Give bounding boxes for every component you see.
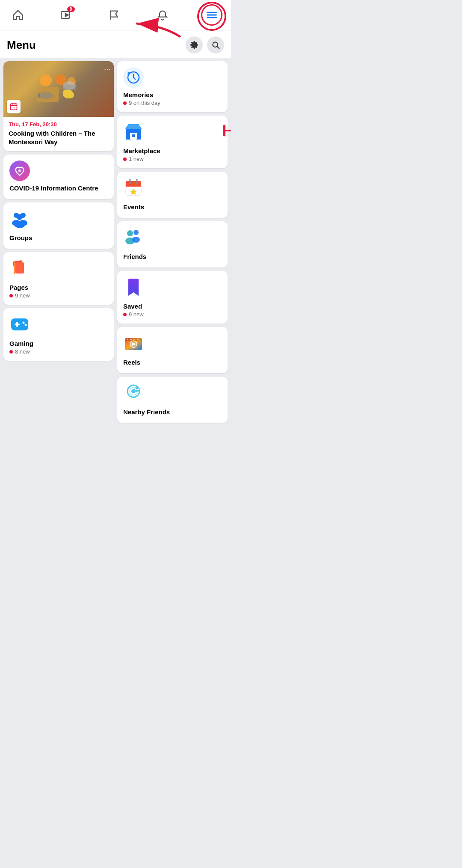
bell-nav-button[interactable] (153, 6, 172, 24)
svg-rect-48 (126, 185, 141, 187)
groups-icon-wrap (9, 208, 108, 231)
friends-label: Friends (123, 253, 222, 260)
saved-icon (123, 277, 144, 297)
saved-sublabel: 9 new (123, 311, 222, 318)
saved-count: 9 new (129, 311, 144, 318)
home-nav-button[interactable] (9, 6, 27, 24)
svg-point-12 (40, 74, 52, 86)
event-calendar-small-icon (7, 100, 21, 113)
search-button[interactable] (207, 36, 224, 54)
header-icons (186, 36, 224, 54)
svg-rect-16 (63, 85, 76, 90)
events-icon-wrap (123, 178, 222, 200)
nearby-friends-icon-wrap (123, 383, 222, 405)
reels-label: Reels (123, 359, 222, 366)
memories-icon (127, 71, 140, 84)
svg-point-28 (17, 214, 23, 220)
menu-title: Menu (7, 39, 36, 52)
hamburger-menu-button[interactable] (201, 4, 222, 26)
marketplace-dot (123, 158, 127, 161)
groups-label: Groups (9, 234, 108, 241)
saved-dot (123, 313, 127, 316)
reels-card[interactable]: Reels (117, 327, 228, 373)
groups-card[interactable]: Groups (3, 202, 114, 249)
events-label: Events (123, 203, 222, 211)
marketplace-arrow-annotation (223, 120, 231, 141)
svg-point-17 (38, 92, 53, 99)
svg-point-55 (132, 237, 140, 243)
pages-icon (9, 258, 30, 279)
search-icon (211, 41, 220, 49)
gear-icon (190, 41, 198, 49)
flag-icon (108, 9, 120, 21)
saved-label: Saved (123, 303, 222, 310)
gaming-card[interactable]: Gaming 8 new (3, 308, 114, 361)
svg-rect-61 (130, 339, 132, 340)
pages-card[interactable]: Pages 9 new (3, 252, 114, 305)
video-nav-button[interactable]: 8 (57, 6, 76, 24)
kitchen-illustration (33, 63, 84, 115)
svg-rect-60 (127, 339, 128, 340)
memories-count: 9 on this day (129, 100, 160, 106)
left-column: ··· Thu, 17 Feb, 20:30 C (3, 61, 114, 423)
settings-button[interactable] (186, 36, 203, 54)
friends-card[interactable]: Friends (117, 221, 228, 268)
right-column: Memories 9 on this day Mar (117, 61, 228, 423)
marketplace-sublabel: 1 new (123, 156, 222, 162)
memories-sublabel: 9 on this day (123, 100, 222, 106)
svg-point-31 (15, 221, 25, 228)
calendar-icon (9, 102, 18, 111)
memories-dot (123, 101, 127, 105)
friends-icon-wrap (123, 227, 222, 250)
pages-icon-wrap (9, 258, 108, 280)
video-badge: 8 (67, 6, 75, 12)
event-title: Cooking with Children – The Montessori W… (9, 129, 109, 146)
event-image: ··· (3, 61, 114, 117)
covid-icon-wrap (9, 161, 108, 181)
pages-count: 9 new (15, 292, 30, 299)
groups-icon (9, 208, 30, 229)
events-icon (123, 178, 144, 198)
event-card-body: Thu, 17 Feb, 20:30 Cooking with Children… (3, 117, 114, 151)
gaming-sublabel: 8 new (9, 348, 108, 355)
marketplace-icon (123, 122, 144, 142)
nearby-friends-label: Nearby Friends (123, 408, 222, 416)
friends-icon (123, 227, 144, 248)
reels-icon (123, 333, 144, 354)
svg-rect-33 (15, 262, 24, 273)
event-card[interactable]: ··· Thu, 17 Feb, 20:30 C (3, 61, 114, 151)
pages-sublabel: 9 new (9, 292, 108, 299)
marketplace-icon-wrap (123, 122, 222, 144)
svg-point-54 (133, 230, 139, 235)
events-card[interactable]: Events (117, 172, 228, 218)
pages-label: Pages (9, 284, 108, 291)
gaming-icon-wrap (9, 314, 108, 336)
menu-icon (206, 9, 218, 21)
gaming-count: 8 new (15, 348, 30, 355)
svg-point-39 (25, 324, 27, 326)
flag-nav-button[interactable] (105, 6, 124, 24)
svg-marker-3 (65, 14, 68, 17)
svg-rect-18 (38, 93, 40, 98)
covid-card[interactable]: COVID-19 Information Centre (3, 155, 114, 199)
svg-point-24 (13, 107, 14, 108)
memories-card[interactable]: Memories 9 on this day (117, 61, 228, 112)
pages-dot (9, 294, 13, 297)
covid-icon (9, 161, 30, 181)
event-date: Thu, 17 Feb, 20:30 (9, 121, 109, 128)
saved-icon-wrap (123, 277, 222, 299)
svg-rect-34 (14, 262, 15, 274)
menu-header: Menu (0, 30, 231, 58)
marketplace-card[interactable]: Marketplace 1 new (117, 116, 228, 168)
heart-icon (14, 165, 26, 177)
svg-point-25 (18, 169, 21, 172)
memories-label: Memories (123, 91, 222, 98)
svg-point-69 (135, 390, 139, 392)
nearby-friends-card[interactable]: Nearby Friends (117, 377, 228, 423)
saved-card[interactable]: Saved 9 new (117, 271, 228, 324)
event-more-dots[interactable]: ··· (104, 65, 110, 74)
page-wrapper: 8 Menu (0, 0, 231, 434)
reels-icon-wrap (123, 333, 222, 355)
gaming-dot (9, 350, 13, 354)
marketplace-count: 1 new (129, 156, 144, 162)
